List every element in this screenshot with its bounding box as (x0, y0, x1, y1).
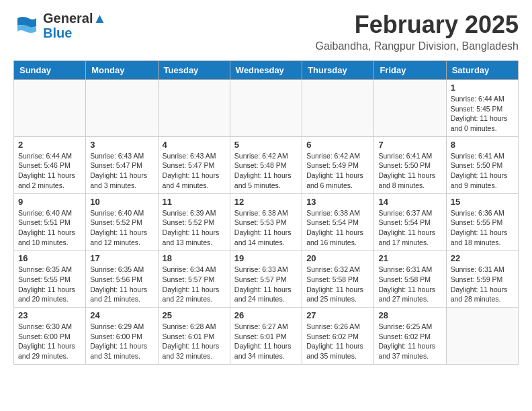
calendar-week-4: 16Sunrise: 6:35 AM Sunset: 5:55 PM Dayli… (14, 250, 519, 308)
day-number: 8 (451, 140, 514, 150)
logo-general: General▲ (43, 11, 106, 26)
day-info: Sunrise: 6:38 AM Sunset: 5:53 PM Dayligh… (234, 208, 298, 248)
header-thursday: Thursday (302, 61, 374, 80)
day-info: Sunrise: 6:40 AM Sunset: 5:52 PM Dayligh… (90, 208, 153, 248)
day-number: 19 (234, 253, 298, 263)
calendar-table: Sunday Monday Tuesday Wednesday Thursday… (13, 60, 519, 365)
calendar-cell: 23Sunrise: 6:30 AM Sunset: 6:00 PM Dayli… (14, 308, 86, 365)
calendar-cell: 28Sunrise: 6:25 AM Sunset: 6:02 PM Dayli… (374, 308, 446, 365)
calendar-week-1: 1Sunrise: 6:44 AM Sunset: 5:45 PM Daylig… (14, 80, 519, 137)
day-number: 15 (451, 197, 514, 207)
calendar-cell: 9Sunrise: 6:40 AM Sunset: 5:51 PM Daylig… (14, 193, 86, 250)
calendar-cell: 11Sunrise: 6:39 AM Sunset: 5:52 PM Dayli… (158, 193, 230, 250)
day-info: Sunrise: 6:31 AM Sunset: 5:58 PM Dayligh… (378, 265, 441, 304)
calendar-cell: 10Sunrise: 6:40 AM Sunset: 5:52 PM Dayli… (86, 193, 158, 250)
logo-icon (13, 13, 39, 38)
header-sunday: Sunday (14, 61, 86, 80)
day-info: Sunrise: 6:31 AM Sunset: 5:59 PM Dayligh… (451, 265, 514, 304)
calendar-cell: 8Sunrise: 6:41 AM Sunset: 5:50 PM Daylig… (446, 136, 518, 193)
calendar-cell: 24Sunrise: 6:29 AM Sunset: 6:00 PM Dayli… (86, 308, 158, 365)
day-number: 13 (306, 197, 369, 207)
day-number: 18 (163, 253, 226, 263)
day-info: Sunrise: 6:35 AM Sunset: 5:55 PM Dayligh… (18, 265, 81, 304)
day-info: Sunrise: 6:41 AM Sunset: 5:50 PM Dayligh… (451, 151, 514, 191)
calendar-cell: 1Sunrise: 6:44 AM Sunset: 5:45 PM Daylig… (446, 80, 518, 137)
header-tuesday: Tuesday (158, 61, 230, 80)
header-wednesday: Wednesday (230, 61, 302, 80)
day-number: 22 (451, 253, 514, 263)
day-number: 4 (163, 140, 226, 150)
day-number: 20 (306, 253, 369, 263)
day-number: 12 (234, 197, 298, 207)
calendar-cell: 25Sunrise: 6:28 AM Sunset: 6:01 PM Dayli… (158, 308, 230, 365)
logo-text-block: General▲ Blue (43, 11, 106, 40)
day-info: Sunrise: 6:30 AM Sunset: 6:00 PM Dayligh… (18, 322, 81, 361)
day-info: Sunrise: 6:44 AM Sunset: 5:45 PM Dayligh… (451, 94, 514, 134)
day-info: Sunrise: 6:33 AM Sunset: 5:57 PM Dayligh… (234, 265, 298, 304)
calendar-cell: 15Sunrise: 6:36 AM Sunset: 5:55 PM Dayli… (446, 193, 518, 250)
calendar-cell: 17Sunrise: 6:35 AM Sunset: 5:56 PM Dayli… (86, 250, 158, 308)
calendar-cell: 5Sunrise: 6:42 AM Sunset: 5:48 PM Daylig… (230, 136, 302, 193)
day-info: Sunrise: 6:41 AM Sunset: 5:50 PM Dayligh… (378, 151, 441, 191)
day-number: 14 (378, 197, 441, 207)
calendar-cell: 2Sunrise: 6:44 AM Sunset: 5:46 PM Daylig… (14, 136, 86, 193)
logo-blue: Blue (43, 26, 106, 40)
calendar-week-2: 2Sunrise: 6:44 AM Sunset: 5:46 PM Daylig… (14, 136, 519, 193)
day-number: 2 (18, 140, 81, 150)
calendar-cell: 20Sunrise: 6:32 AM Sunset: 5:58 PM Dayli… (302, 250, 374, 308)
calendar-cell: 4Sunrise: 6:43 AM Sunset: 5:47 PM Daylig… (158, 136, 230, 193)
day-number: 11 (163, 197, 226, 207)
day-info: Sunrise: 6:42 AM Sunset: 5:48 PM Dayligh… (234, 151, 298, 191)
month-title: February 2025 (316, 11, 519, 39)
day-number: 21 (378, 253, 441, 263)
page-container: General▲ Blue February 2025 Gaibandha, R… (0, 0, 532, 375)
calendar-cell: 7Sunrise: 6:41 AM Sunset: 5:50 PM Daylig… (374, 136, 446, 193)
day-number: 28 (378, 310, 441, 320)
calendar-cell: 13Sunrise: 6:38 AM Sunset: 5:54 PM Dayli… (302, 193, 374, 250)
day-info: Sunrise: 6:39 AM Sunset: 5:52 PM Dayligh… (163, 208, 226, 248)
calendar-cell: 18Sunrise: 6:34 AM Sunset: 5:57 PM Dayli… (158, 250, 230, 308)
day-number: 9 (18, 197, 81, 207)
day-number: 5 (234, 140, 298, 150)
calendar-cell: 22Sunrise: 6:31 AM Sunset: 5:59 PM Dayli… (446, 250, 518, 308)
calendar-cell (446, 308, 518, 365)
calendar-cell: 21Sunrise: 6:31 AM Sunset: 5:58 PM Dayli… (374, 250, 446, 308)
day-info: Sunrise: 6:40 AM Sunset: 5:51 PM Dayligh… (18, 208, 81, 248)
day-info: Sunrise: 6:38 AM Sunset: 5:54 PM Dayligh… (306, 208, 369, 248)
title-block: February 2025 Gaibandha, Rangpur Divisio… (316, 11, 519, 52)
day-number: 24 (90, 310, 153, 320)
day-info: Sunrise: 6:27 AM Sunset: 6:01 PM Dayligh… (234, 322, 298, 361)
day-info: Sunrise: 6:44 AM Sunset: 5:46 PM Dayligh… (18, 151, 81, 191)
calendar-week-3: 9Sunrise: 6:40 AM Sunset: 5:51 PM Daylig… (14, 193, 519, 250)
calendar-cell (230, 80, 302, 137)
day-info: Sunrise: 6:37 AM Sunset: 5:54 PM Dayligh… (378, 208, 441, 248)
day-number: 10 (90, 197, 153, 207)
header-saturday: Saturday (446, 61, 518, 80)
day-info: Sunrise: 6:43 AM Sunset: 5:47 PM Dayligh… (90, 151, 153, 191)
calendar-cell (374, 80, 446, 137)
header-monday: Monday (86, 61, 158, 80)
calendar-cell: 6Sunrise: 6:42 AM Sunset: 5:49 PM Daylig… (302, 136, 374, 193)
calendar-cell: 27Sunrise: 6:26 AM Sunset: 6:02 PM Dayli… (302, 308, 374, 365)
calendar-cell: 16Sunrise: 6:35 AM Sunset: 5:55 PM Dayli… (14, 250, 86, 308)
day-number: 7 (378, 140, 441, 150)
day-info: Sunrise: 6:29 AM Sunset: 6:00 PM Dayligh… (90, 322, 153, 361)
day-info: Sunrise: 6:25 AM Sunset: 6:02 PM Dayligh… (378, 322, 441, 361)
calendar-cell (158, 80, 230, 137)
calendar-cell: 3Sunrise: 6:43 AM Sunset: 5:47 PM Daylig… (86, 136, 158, 193)
day-number: 16 (18, 253, 81, 263)
calendar-body: 1Sunrise: 6:44 AM Sunset: 5:45 PM Daylig… (14, 80, 519, 365)
day-number: 25 (163, 310, 226, 320)
header-friday: Friday (374, 61, 446, 80)
header: General▲ Blue February 2025 Gaibandha, R… (13, 11, 519, 52)
day-number: 17 (90, 253, 153, 263)
calendar-cell: 19Sunrise: 6:33 AM Sunset: 5:57 PM Dayli… (230, 250, 302, 308)
day-number: 27 (306, 310, 369, 320)
logo: General▲ Blue (13, 11, 106, 40)
calendar-cell (302, 80, 374, 137)
day-info: Sunrise: 6:36 AM Sunset: 5:55 PM Dayligh… (451, 208, 514, 248)
day-info: Sunrise: 6:35 AM Sunset: 5:56 PM Dayligh… (90, 265, 153, 304)
calendar-cell: 14Sunrise: 6:37 AM Sunset: 5:54 PM Dayli… (374, 193, 446, 250)
calendar-week-5: 23Sunrise: 6:30 AM Sunset: 6:00 PM Dayli… (14, 308, 519, 365)
calendar-header-row: Sunday Monday Tuesday Wednesday Thursday… (14, 61, 519, 80)
